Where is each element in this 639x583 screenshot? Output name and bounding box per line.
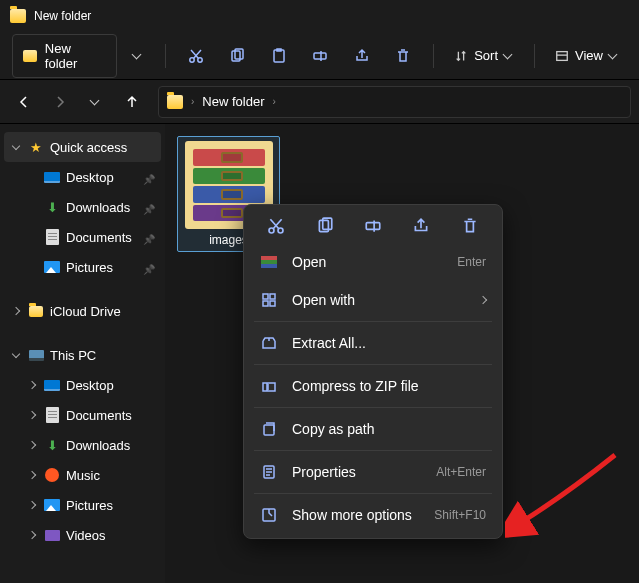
- sidebar-item-pc-documents[interactable]: Documents: [4, 400, 161, 430]
- downloads-icon: ⬇: [44, 199, 60, 215]
- sidebar-item-this-pc[interactable]: This PC: [4, 340, 161, 370]
- rename-button[interactable]: [303, 40, 339, 72]
- sidebar-item-pc-videos[interactable]: Videos: [4, 520, 161, 550]
- folder-icon: [10, 9, 26, 23]
- sidebar-item-downloads[interactable]: ⬇Downloads: [4, 192, 161, 222]
- separator: [433, 44, 434, 68]
- context-menu-compress[interactable]: Compress to ZIP file: [248, 367, 498, 405]
- recent-dropdown[interactable]: [80, 86, 112, 118]
- pin-icon: [143, 231, 155, 243]
- pc-icon: [29, 350, 44, 361]
- svg-rect-7: [557, 51, 568, 60]
- rar-icon: [260, 253, 278, 271]
- downloads-icon: ⬇: [44, 437, 60, 453]
- copy-button[interactable]: [316, 217, 334, 235]
- videos-icon: [45, 530, 60, 541]
- delete-button[interactable]: [461, 217, 479, 235]
- svg-rect-17: [264, 425, 274, 435]
- context-menu-open[interactable]: Open Enter: [248, 243, 498, 281]
- back-button[interactable]: [8, 86, 40, 118]
- share-button[interactable]: [412, 217, 430, 235]
- view-button[interactable]: View: [547, 48, 627, 63]
- sidebar-item-quick-access[interactable]: ★Quick access: [4, 132, 161, 162]
- up-button[interactable]: [116, 86, 148, 118]
- pin-icon: [143, 171, 155, 183]
- separator: [254, 450, 492, 451]
- svg-rect-6: [314, 53, 326, 59]
- sidebar-item-pictures[interactable]: Pictures: [4, 252, 161, 282]
- rename-button[interactable]: [364, 217, 382, 235]
- sidebar-item-documents[interactable]: Documents: [4, 222, 161, 252]
- crumb-separator: ›: [191, 96, 194, 107]
- separator: [534, 44, 535, 68]
- chevron-down-icon: [609, 53, 619, 59]
- context-menu-open-with[interactable]: Open with: [248, 281, 498, 319]
- chevron-down-icon: [91, 99, 101, 105]
- properties-icon: [260, 463, 278, 481]
- desktop-icon: [44, 380, 60, 391]
- sidebar: ★Quick access Desktop ⬇Downloads Documen…: [0, 124, 165, 583]
- folder-icon: [28, 303, 44, 319]
- title-bar: New folder: [0, 0, 639, 32]
- svg-rect-12: [366, 223, 380, 230]
- desktop-icon: [44, 172, 60, 183]
- separator: [254, 407, 492, 408]
- crumb-separator: ›: [272, 96, 275, 107]
- pictures-icon: [44, 261, 60, 273]
- context-menu: Open Enter Open with Extract All... Comp…: [243, 204, 503, 539]
- show-more-icon: [260, 506, 278, 524]
- chevron-down-icon: [133, 53, 143, 59]
- context-menu-toolbar: [248, 209, 498, 243]
- svg-rect-14: [270, 294, 275, 299]
- cut-button[interactable]: [178, 40, 214, 72]
- pictures-icon: [44, 499, 60, 511]
- forward-button[interactable]: [44, 86, 76, 118]
- view-label: View: [575, 48, 603, 63]
- music-icon: [45, 468, 59, 482]
- sidebar-item-pc-pictures[interactable]: Pictures: [4, 490, 161, 520]
- new-button-label: New folder: [45, 41, 106, 71]
- pin-icon: [143, 261, 155, 273]
- svg-rect-15: [263, 301, 268, 306]
- copy-button[interactable]: [220, 40, 256, 72]
- share-button[interactable]: [344, 40, 380, 72]
- compress-icon: [260, 377, 278, 395]
- new-button[interactable]: New folder: [12, 34, 117, 78]
- new-dropdown[interactable]: [123, 47, 153, 65]
- sidebar-item-pc-downloads[interactable]: ⬇Downloads: [4, 430, 161, 460]
- separator: [254, 493, 492, 494]
- documents-icon: [46, 407, 59, 423]
- cut-button[interactable]: [267, 217, 285, 235]
- chevron-down-icon: [504, 53, 514, 59]
- paste-button[interactable]: [261, 40, 297, 72]
- toolbar: New folder Sort View: [0, 32, 639, 80]
- star-icon: ★: [28, 139, 44, 155]
- address-bar[interactable]: › New folder ›: [158, 86, 631, 118]
- delete-button[interactable]: [386, 40, 422, 72]
- sort-label: Sort: [474, 48, 498, 63]
- context-menu-properties[interactable]: Properties Alt+Enter: [248, 453, 498, 491]
- breadcrumb-item[interactable]: New folder: [202, 94, 264, 109]
- context-menu-extract-all[interactable]: Extract All...: [248, 324, 498, 362]
- svg-rect-4: [274, 50, 284, 62]
- svg-rect-13: [263, 294, 268, 299]
- copy-path-icon: [260, 420, 278, 438]
- sidebar-item-icloud[interactable]: iCloud Drive: [4, 296, 161, 326]
- window-title: New folder: [34, 9, 91, 23]
- sort-button[interactable]: Sort: [446, 48, 522, 63]
- new-folder-icon: [23, 50, 37, 62]
- pin-icon: [143, 201, 155, 213]
- folder-icon: [167, 95, 183, 109]
- open-with-icon: [260, 291, 278, 309]
- context-menu-copy-path[interactable]: Copy as path: [248, 410, 498, 448]
- sidebar-item-pc-music[interactable]: Music: [4, 460, 161, 490]
- chevron-right-icon: [479, 296, 487, 304]
- sidebar-item-desktop[interactable]: Desktop: [4, 162, 161, 192]
- svg-rect-16: [270, 301, 275, 306]
- sidebar-item-pc-desktop[interactable]: Desktop: [4, 370, 161, 400]
- documents-icon: [46, 229, 59, 245]
- context-menu-show-more[interactable]: Show more options Shift+F10: [248, 496, 498, 534]
- separator: [165, 44, 166, 68]
- separator: [254, 364, 492, 365]
- separator: [254, 321, 492, 322]
